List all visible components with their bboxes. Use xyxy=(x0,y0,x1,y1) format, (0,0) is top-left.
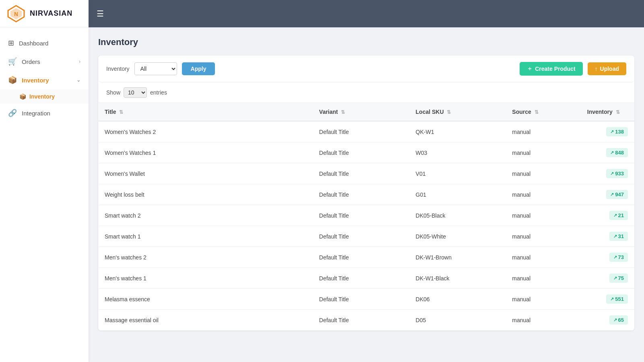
create-product-button[interactable]: ＋ Create Product xyxy=(520,62,582,76)
cell-inventory-2: ↗933 xyxy=(581,163,634,184)
cell-variant-2: Default Title xyxy=(313,163,409,184)
logo-icon: N xyxy=(6,4,26,23)
col-header-variant[interactable]: Variant ⇅ xyxy=(313,103,409,121)
cell-sku-9: D05 xyxy=(409,310,506,331)
sub-inventory-icon: 📦 xyxy=(19,93,26,100)
cell-sku-8: DK06 xyxy=(409,289,506,310)
trend-up-icon-5: ↗ xyxy=(613,234,617,239)
upload-button[interactable]: ↑ Upload xyxy=(588,62,626,75)
cell-variant-6: Default Title xyxy=(313,247,409,268)
page-title: Inventory xyxy=(98,37,634,47)
cell-inventory-1: ↗848 xyxy=(581,142,634,163)
cell-sku-7: DK-W1-Black xyxy=(409,268,506,289)
inventory-badge-9: ↗65 xyxy=(609,315,628,325)
sidebar-item-orders[interactable]: 🛒 Orders › xyxy=(0,52,89,71)
cell-sku-4: DK05-Black xyxy=(409,205,506,226)
logo-text: NIRVASIAN xyxy=(30,9,72,18)
chevron-down-icon: ⌄ xyxy=(76,77,80,83)
inventory-badge-5: ↗31 xyxy=(609,232,628,241)
cell-variant-1: Default Title xyxy=(313,142,409,163)
cell-variant-5: Default Title xyxy=(313,226,409,247)
cell-variant-8: Default Title xyxy=(313,289,409,310)
trend-up-icon-9: ↗ xyxy=(613,317,617,323)
inventory-badge-8: ↗551 xyxy=(606,294,628,304)
inventory-icon: 📦 xyxy=(8,76,17,84)
trend-up-icon-6: ↗ xyxy=(613,255,617,260)
sidebar-sub-item-inventory[interactable]: 📦 Inventory xyxy=(0,89,89,104)
sidebar: N NIRVASIAN ⊞ Dashboard 🛒 Orders › 📦 Inv… xyxy=(0,0,89,362)
trend-up-icon-7: ↗ xyxy=(613,276,617,281)
cell-sku-5: DK05-White xyxy=(409,226,506,247)
cell-source-9: manual xyxy=(506,310,580,331)
col-header-sku[interactable]: Local SKU ⇅ xyxy=(409,103,506,121)
sort-sku-icon: ⇅ xyxy=(447,109,451,115)
cell-source-4: manual xyxy=(506,205,580,226)
table-row: Men's watches 1 Default Title DK-W1-Blac… xyxy=(98,268,634,289)
inventory-badge-3: ↗947 xyxy=(606,190,628,199)
cell-inventory-6: ↗73 xyxy=(581,247,634,268)
chevron-right-icon: › xyxy=(79,59,80,64)
table-row: Melasma essence Default Title DK06 manua… xyxy=(98,289,634,310)
content-area: Inventory Inventory All manual shopify A… xyxy=(89,27,644,362)
cell-title-9: Massage essential oil xyxy=(98,310,313,331)
table-row: Smart watch 2 Default Title DK05-Black m… xyxy=(98,205,634,226)
svg-text:N: N xyxy=(14,11,18,17)
inventory-filter-select[interactable]: All manual shopify xyxy=(134,62,177,75)
trend-up-icon-0: ↗ xyxy=(610,129,614,134)
inventory-badge-6: ↗73 xyxy=(609,253,628,262)
sidebar-item-integration-label: Integration xyxy=(22,110,50,117)
cell-title-5: Smart watch 1 xyxy=(98,226,313,247)
cell-sku-1: W03 xyxy=(409,142,506,163)
cell-variant-7: Default Title xyxy=(313,268,409,289)
hamburger-button[interactable]: ☰ xyxy=(97,10,104,18)
trend-up-icon-1: ↗ xyxy=(610,150,614,155)
logo-area: N NIRVASIAN xyxy=(0,0,89,27)
sort-source-icon: ⇅ xyxy=(535,109,539,115)
cell-title-6: Men's watches 2 xyxy=(98,247,313,268)
sidebar-item-dashboard-label: Dashboard xyxy=(19,40,48,47)
cell-variant-0: Default Title xyxy=(313,121,409,142)
sidebar-item-dashboard[interactable]: ⊞ Dashboard xyxy=(0,34,89,52)
entries-select[interactable]: 10 25 50 100 xyxy=(124,87,147,98)
cell-sku-0: QK-W1 xyxy=(409,121,506,142)
cell-title-1: Women's Watches 1 xyxy=(98,142,313,163)
trend-up-icon-4: ↗ xyxy=(613,213,617,218)
table-row: Men's watches 2 Default Title DK-W1-Brow… xyxy=(98,247,634,268)
inventory-badge-0: ↗138 xyxy=(606,127,628,136)
table-header-row: Title ⇅ Variant ⇅ Local SKU ⇅ Source xyxy=(98,103,634,121)
cell-inventory-7: ↗75 xyxy=(581,268,634,289)
table-row: Weight loss belt Default Title G01 manua… xyxy=(98,184,634,205)
cell-source-3: manual xyxy=(506,184,580,205)
cell-sku-2: V01 xyxy=(409,163,506,184)
table-row: Women's Wallet Default Title V01 manual … xyxy=(98,163,634,184)
cell-sku-3: G01 xyxy=(409,184,506,205)
cell-variant-9: Default Title xyxy=(313,310,409,331)
cell-source-1: manual xyxy=(506,142,580,163)
cell-title-0: Women's Watches 2 xyxy=(98,121,313,142)
cell-source-8: manual xyxy=(506,289,580,310)
apply-button[interactable]: Apply xyxy=(182,62,215,75)
inventory-badge-4: ↗21 xyxy=(609,211,628,220)
cell-source-2: manual xyxy=(506,163,580,184)
sidebar-item-inventory-label: Inventory xyxy=(22,77,49,84)
col-header-source[interactable]: Source ⇅ xyxy=(506,103,580,121)
entries-label: entries xyxy=(150,89,167,96)
filter-label: Inventory xyxy=(106,66,130,72)
table-card: Inventory All manual shopify Apply ＋ Cre… xyxy=(98,56,634,331)
cell-sku-6: DK-W1-Brown xyxy=(409,247,506,268)
inventory-badge-7: ↗75 xyxy=(609,274,628,283)
sidebar-item-inventory[interactable]: 📦 Inventory ⌄ xyxy=(0,71,89,89)
cell-title-2: Women's Wallet xyxy=(98,163,313,184)
cell-inventory-3: ↗947 xyxy=(581,184,634,205)
col-header-inventory[interactable]: Inventory ⇅ xyxy=(581,103,634,121)
cell-inventory-5: ↗31 xyxy=(581,226,634,247)
col-header-title[interactable]: Title ⇅ xyxy=(98,103,313,121)
cell-title-7: Men's watches 1 xyxy=(98,268,313,289)
sidebar-item-integration[interactable]: 🔗 Integration xyxy=(0,104,89,122)
table-row: Smart watch 1 Default Title DK05-White m… xyxy=(98,226,634,247)
cell-source-7: manual xyxy=(506,268,580,289)
sidebar-nav: ⊞ Dashboard 🛒 Orders › 📦 Inventory ⌄ 📦 I… xyxy=(0,27,89,362)
inventory-badge-1: ↗848 xyxy=(606,148,628,157)
cell-title-4: Smart watch 2 xyxy=(98,205,313,226)
sidebar-sub-menu: 📦 Inventory xyxy=(0,89,89,104)
